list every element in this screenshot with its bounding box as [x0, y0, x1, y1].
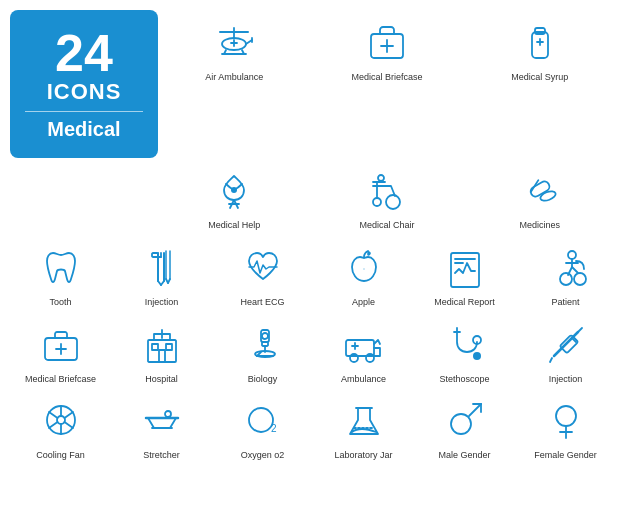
female-gender-label: Female Gender — [534, 450, 597, 461]
svg-rect-53 — [166, 344, 172, 350]
patient-label: Patient — [551, 297, 579, 308]
stretcher-label: Stretcher — [143, 450, 180, 461]
injection2-icon — [540, 318, 592, 370]
heart-ecg-icon — [237, 241, 289, 293]
tooth-label: Tooth — [49, 297, 71, 308]
oxygen-o2-icon: 2 — [237, 394, 289, 446]
cooling-fan-label: Cooling Fan — [36, 450, 85, 461]
svg-point-70 — [473, 352, 481, 360]
injection2-label: Injection — [549, 374, 583, 385]
icon-cell-medical-help: Medical Help — [158, 158, 311, 235]
svg-rect-72 — [559, 334, 577, 352]
biology-icon — [237, 318, 289, 370]
icon-cell-medical-briefcase: Medical Briefcase — [10, 312, 111, 389]
icon-cell-stethoscope: Stethoscope — [414, 312, 515, 389]
svg-line-73 — [578, 328, 582, 332]
biology-label: Biology — [248, 374, 278, 385]
divider — [25, 111, 143, 112]
row-2-icons: Medical Help — [158, 158, 616, 235]
svg-line-38 — [168, 279, 170, 283]
injection-label: Injection — [145, 297, 179, 308]
male-gender-label: Male Gender — [438, 450, 490, 461]
ambulance-icon — [338, 318, 390, 370]
icon-cell-heart-ecg: Heart ECG — [212, 235, 313, 312]
icon-cell-laboratory-jar: Laboratory Jar — [313, 388, 414, 465]
medical-briefcase-top-label: Medical Briefcase — [351, 72, 422, 83]
svg-point-27 — [539, 190, 557, 203]
ambulance-label: Ambulance — [341, 374, 386, 385]
hospital-label: Hospital — [145, 374, 178, 385]
svg-line-79 — [148, 418, 154, 428]
icon-cell-injection2: Injection — [515, 312, 616, 389]
medical-report-icon — [439, 241, 491, 293]
rows-3-5: Tooth — [10, 235, 616, 465]
patient-icon — [540, 241, 592, 293]
air-ambulance-icon — [208, 16, 260, 68]
medical-help-icon — [208, 164, 260, 216]
medicines-icon — [514, 164, 566, 216]
svg-point-83 — [249, 408, 273, 432]
row-1-icons: Air Ambulance Med — [158, 10, 616, 87]
medical-briefcase-top-icon — [361, 16, 413, 68]
icon-cell-hospital: Hospital — [111, 312, 212, 389]
svg-line-80 — [170, 418, 176, 428]
svg-point-43 — [568, 251, 576, 259]
category-label: Medical — [47, 118, 120, 141]
icon-cell-stretcher: Stretcher — [111, 388, 212, 465]
apple-label: Apple — [352, 297, 375, 308]
icons-label: ICONS — [47, 79, 122, 105]
row-2: Medical Help — [10, 158, 616, 235]
icon-cell-injection: Injection — [111, 235, 212, 312]
medical-syrup-label: Medical Syrup — [511, 72, 568, 83]
icon-cell-medical-briefcase-top: Medical Briefcase — [311, 10, 464, 87]
stethoscope-label: Stethoscope — [439, 374, 489, 385]
heart-ecg-label: Heart ECG — [240, 297, 284, 308]
svg-point-86 — [451, 414, 471, 434]
medical-chair-icon — [361, 164, 413, 216]
svg-point-61 — [262, 333, 268, 339]
svg-rect-52 — [152, 344, 158, 350]
header-box: 24 ICONS Medical — [10, 10, 158, 158]
row-1: 24 ICONS Medical — [10, 10, 616, 158]
icon-cell-cooling-fan: Cooling Fan — [10, 388, 111, 465]
svg-point-77 — [57, 416, 65, 424]
medicines-label: Medicines — [519, 220, 560, 231]
icon-cell-medicines: Medicines — [463, 158, 616, 235]
apple-icon — [338, 241, 390, 293]
cooling-fan-icon — [35, 394, 87, 446]
svg-point-82 — [165, 411, 171, 417]
laboratory-jar-icon — [338, 394, 390, 446]
icon-count: 24 — [55, 27, 113, 79]
medical-syrup-icon — [514, 16, 566, 68]
icon-cell-medical-chair: Medical Chair — [311, 158, 464, 235]
icon-cell-oxygen-o2: 2 Oxygen o2 — [212, 388, 313, 465]
svg-point-44 — [560, 273, 572, 285]
svg-line-74 — [550, 358, 552, 362]
icon-cell-female-gender: Female Gender — [515, 388, 616, 465]
stethoscope-icon — [439, 318, 491, 370]
male-gender-icon — [439, 394, 491, 446]
icon-cell-apple: Apple — [313, 235, 414, 312]
svg-line-26 — [527, 180, 541, 192]
icon-cell-patient: Patient — [515, 235, 616, 312]
medical-briefcase-icon — [35, 318, 87, 370]
svg-point-20 — [386, 195, 400, 209]
female-gender-icon — [540, 394, 592, 446]
svg-point-45 — [574, 273, 586, 285]
svg-point-24 — [378, 175, 384, 181]
main-container: 24 ICONS Medical — [0, 0, 626, 513]
icon-cell-tooth: Tooth — [10, 235, 111, 312]
svg-line-87 — [469, 404, 481, 416]
medical-briefcase-label: Medical Briefcase — [25, 374, 96, 385]
svg-text:2: 2 — [271, 423, 277, 434]
medical-chair-label: Medical Chair — [359, 220, 414, 231]
injection-icon — [136, 241, 188, 293]
medical-report-label: Medical Report — [434, 297, 495, 308]
icon-cell-ambulance: Ambulance — [313, 312, 414, 389]
icon-cell-medical-syrup: Medical Syrup — [463, 10, 616, 87]
icon-cell-biology: Biology — [212, 312, 313, 389]
svg-point-90 — [556, 406, 576, 426]
oxygen-o2-label: Oxygen o2 — [241, 450, 285, 461]
svg-rect-32 — [152, 253, 158, 257]
icon-cell-medical-report: Medical Report — [414, 235, 515, 312]
